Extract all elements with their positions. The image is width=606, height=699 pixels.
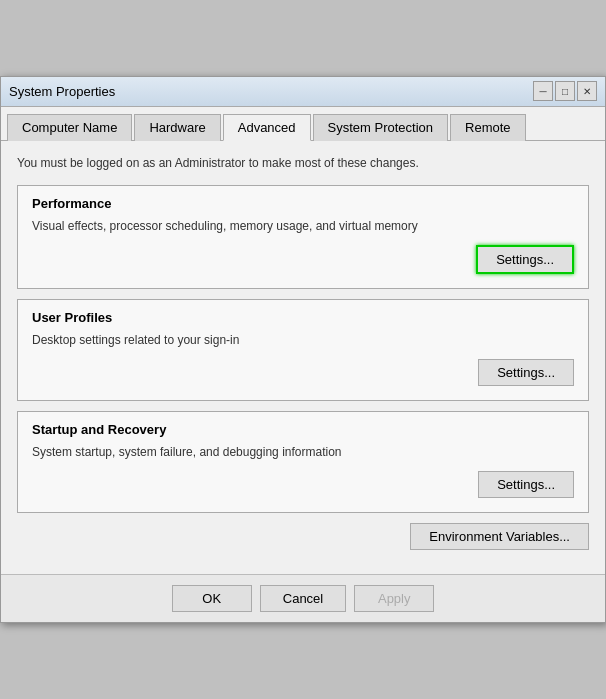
footer: OK Cancel Apply bbox=[1, 574, 605, 622]
performance-title: Performance bbox=[32, 196, 574, 211]
performance-section: Performance Visual effects, processor sc… bbox=[17, 185, 589, 289]
minimize-button[interactable]: ─ bbox=[533, 81, 553, 101]
close-button[interactable]: ✕ bbox=[577, 81, 597, 101]
startup-recovery-title: Startup and Recovery bbox=[32, 422, 574, 437]
window-title: System Properties bbox=[9, 84, 115, 99]
startup-recovery-btn-row: Settings... bbox=[32, 471, 574, 498]
tab-content: You must be logged on as an Administrato… bbox=[1, 141, 605, 575]
user-profiles-settings-button[interactable]: Settings... bbox=[478, 359, 574, 386]
cancel-button[interactable]: Cancel bbox=[260, 585, 346, 612]
system-properties-window: System Properties ─ □ ✕ Computer Name Ha… bbox=[0, 76, 606, 624]
performance-desc: Visual effects, processor scheduling, me… bbox=[32, 219, 574, 233]
tab-computer-name[interactable]: Computer Name bbox=[7, 114, 132, 141]
ok-button[interactable]: OK bbox=[172, 585, 252, 612]
user-profiles-section: User Profiles Desktop settings related t… bbox=[17, 299, 589, 401]
user-profiles-desc: Desktop settings related to your sign-in bbox=[32, 333, 574, 347]
tab-system-protection[interactable]: System Protection bbox=[313, 114, 449, 141]
apply-button[interactable]: Apply bbox=[354, 585, 434, 612]
startup-recovery-desc: System startup, system failure, and debu… bbox=[32, 445, 574, 459]
title-bar: System Properties ─ □ ✕ bbox=[1, 77, 605, 107]
performance-settings-button[interactable]: Settings... bbox=[476, 245, 574, 274]
startup-recovery-settings-button[interactable]: Settings... bbox=[478, 471, 574, 498]
tab-remote[interactable]: Remote bbox=[450, 114, 526, 141]
maximize-button[interactable]: □ bbox=[555, 81, 575, 101]
title-bar-controls: ─ □ ✕ bbox=[533, 81, 597, 101]
user-profiles-btn-row: Settings... bbox=[32, 359, 574, 386]
tabs-container: Computer Name Hardware Advanced System P… bbox=[1, 107, 605, 141]
performance-btn-row: Settings... bbox=[32, 245, 574, 274]
user-profiles-title: User Profiles bbox=[32, 310, 574, 325]
startup-recovery-section: Startup and Recovery System startup, sys… bbox=[17, 411, 589, 513]
environment-variables-button[interactable]: Environment Variables... bbox=[410, 523, 589, 550]
tab-hardware[interactable]: Hardware bbox=[134, 114, 220, 141]
admin-notice: You must be logged on as an Administrato… bbox=[17, 155, 589, 172]
env-variables-row: Environment Variables... bbox=[17, 523, 589, 550]
tab-advanced[interactable]: Advanced bbox=[223, 114, 311, 141]
